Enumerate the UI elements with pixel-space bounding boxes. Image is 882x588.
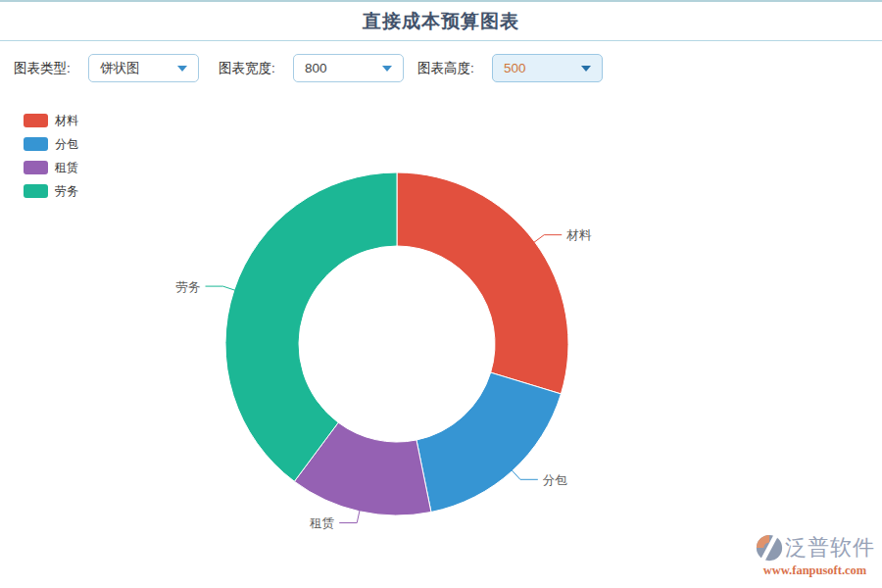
chart-page: 直接成本预算图表 图表类型: 饼状图 图表宽度: 800 图表高度: 500 材…: [0, 0, 882, 588]
chart-height-label: 图表高度:: [417, 60, 480, 77]
legend-item-租赁[interactable]: 租赁: [24, 161, 78, 174]
chart-type-value: 饼状图: [100, 60, 140, 77]
legend-swatch: [24, 184, 48, 198]
legend-swatch: [24, 161, 48, 174]
slice-label-材料: 材料: [565, 228, 592, 242]
chart-type-group: 图表类型: 饼状图: [14, 54, 199, 82]
chart-width-select[interactable]: 800: [293, 54, 404, 82]
slice-label-line-分包: [512, 470, 538, 480]
chart-legend: 材料分包租赁劳务: [24, 114, 78, 198]
chart-height-group: 图表高度: 500: [417, 54, 603, 82]
slice-label-line-材料: [534, 235, 562, 243]
header: 直接成本预算图表: [0, 2, 882, 41]
legend-label: 租赁: [55, 160, 78, 176]
chart-height-select[interactable]: 500: [492, 54, 603, 82]
legend-item-劳务[interactable]: 劳务: [24, 184, 78, 198]
pie-slice-劳务[interactable]: [225, 172, 397, 481]
legend-swatch: [24, 137, 48, 151]
legend-label: 材料: [55, 113, 78, 129]
pie-slice-分包[interactable]: [416, 372, 561, 512]
fanpu-logo-icon: [755, 533, 784, 563]
slice-label-line-劳务: [206, 286, 235, 290]
slice-label-劳务: 劳务: [176, 280, 201, 294]
slice-label-租赁: 租赁: [309, 516, 334, 530]
legend-swatch: [24, 114, 48, 127]
chevron-down-icon: [382, 66, 392, 72]
chart-width-value: 800: [305, 61, 327, 75]
slice-label-line-租赁: [339, 511, 360, 523]
legend-label: 分包: [55, 136, 78, 153]
chart-height-value: 500: [504, 61, 526, 75]
chart-type-select[interactable]: 饼状图: [88, 54, 199, 82]
chevron-down-icon: [177, 66, 187, 72]
watermark: 泛普软件 www.fanpusoft.com: [755, 533, 875, 578]
chart-type-label: 图表类型:: [14, 60, 76, 77]
pie-slice-材料[interactable]: [397, 172, 568, 394]
page-title: 直接成本预算图表: [0, 2, 882, 40]
watermark-brand: 泛普软件: [785, 533, 875, 563]
legend-label: 劳务: [55, 183, 78, 200]
chart-width-label: 图表宽度:: [219, 60, 281, 77]
chart-width-group: 图表宽度: 800: [219, 54, 404, 82]
donut-chart: 材料分包租赁劳务: [0, 2, 882, 588]
watermark-row: 泛普软件: [755, 533, 875, 563]
slice-label-分包: 分包: [543, 473, 568, 487]
watermark-url: www.fanpusoft.com: [755, 564, 875, 578]
legend-item-分包[interactable]: 分包: [24, 137, 78, 151]
legend-item-材料[interactable]: 材料: [24, 114, 78, 127]
chevron-down-icon: [581, 66, 591, 72]
